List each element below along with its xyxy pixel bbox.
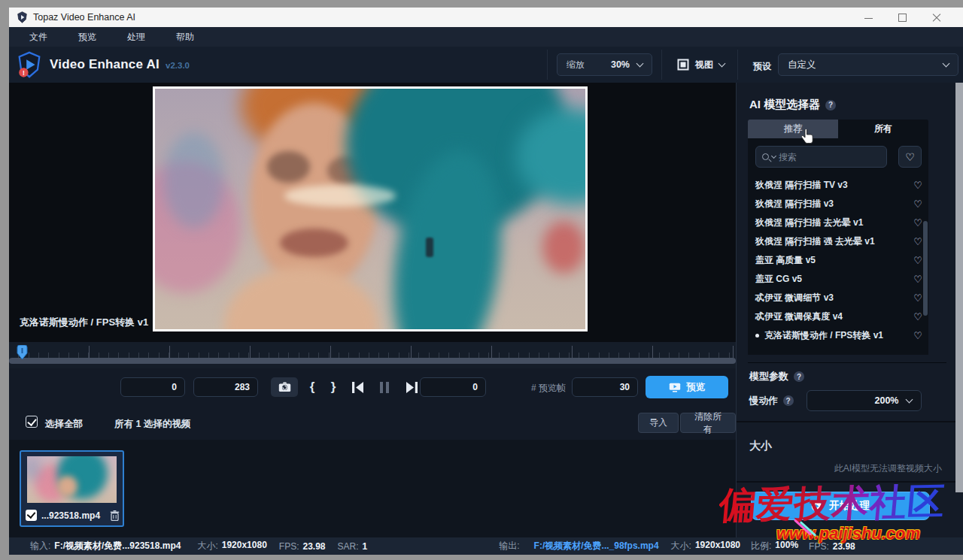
video-frame[interactable] (153, 86, 588, 331)
current-model-overlay: 克洛诺斯慢动作 / FPS转换 v1 (20, 316, 148, 329)
favorite-heart-icon[interactable]: ♡ (913, 236, 922, 247)
favorite-heart-icon[interactable]: ♡ (913, 217, 922, 229)
import-button-label: 导入 (649, 416, 667, 429)
timeline-track[interactable] (9, 358, 736, 364)
model-row[interactable]: 狄俄涅 隔行扫描 TV v3 ♡ (755, 176, 922, 195)
model-name: 狄俄涅 隔行扫描 强 去光晕 v1 (755, 235, 875, 248)
favorite-heart-icon[interactable]: ♡ (913, 330, 922, 341)
divider (748, 362, 946, 363)
output-path-link[interactable]: F:/视频素材/免费..._98fps.mp4 (534, 540, 659, 552)
model-row[interactable]: 狄俄涅 隔行扫描 去光晕 v1 ♡ (755, 213, 922, 232)
step-back-icon (351, 382, 364, 393)
model-row[interactable]: 狄俄涅 隔行扫描 v3 ♡ (755, 195, 922, 213)
thumbnail-checkbox[interactable] (26, 510, 37, 521)
help-icon[interactable]: ? (783, 395, 794, 406)
help-icon[interactable]: ? (825, 100, 836, 110)
thumbnail-image (27, 456, 117, 503)
model-row[interactable]: 盖亚 CG v5 ♡ (755, 270, 922, 289)
search-input[interactable] (779, 152, 861, 162)
header-divider (661, 50, 662, 80)
size-section-title: 大小 (749, 439, 942, 453)
snapshot-button[interactable] (271, 377, 298, 397)
preview-frames-input[interactable] (572, 377, 638, 397)
playhead-marker[interactable] (17, 345, 28, 360)
end-frame-input[interactable] (193, 377, 258, 397)
set-out-point-button[interactable]: } (325, 377, 342, 397)
favorite-heart-icon[interactable]: ♡ (913, 198, 922, 210)
close-button[interactable] (932, 14, 940, 22)
app-logo-icon: ! (15, 50, 44, 79)
scale-label: 比例: (751, 540, 771, 552)
status-input-sar: SAR: 1 (338, 541, 368, 552)
model-list-scrollbar[interactable] (923, 221, 928, 316)
video-thumbnail-card[interactable]: ...923518.mp4 (20, 450, 124, 527)
menu-process[interactable]: 处理 (127, 31, 145, 44)
zoom-dropdown[interactable]: 缩放 30% (557, 53, 652, 76)
model-params-title: 模型参数 (749, 370, 788, 383)
preview-start-input[interactable] (420, 377, 486, 397)
size-value: 1920x1080 (695, 540, 740, 552)
ferris-wheel-blur (163, 132, 223, 229)
video-list: ...923518.mp4 (9, 440, 736, 537)
favorite-heart-icon[interactable]: ♡ (913, 311, 922, 322)
svg-text:!: ! (23, 69, 25, 77)
current-frame-input[interactable] (120, 377, 185, 397)
trash-icon[interactable] (110, 510, 120, 521)
fps-value: 23.98 (302, 541, 325, 552)
model-name: 盖亚 CG v5 (755, 273, 802, 286)
status-output-size: 大小: 1920x1080 (671, 540, 740, 552)
favorite-heart-icon[interactable]: ♡ (913, 180, 922, 191)
tab-recommended[interactable]: 推荐 (748, 120, 838, 138)
model-row[interactable]: 忒伊亚 微调细节 v3 ♡ (755, 289, 922, 307)
sidebar-scrollbar[interactable] (955, 83, 963, 492)
menu-preview[interactable]: 预览 (78, 31, 96, 44)
model-row[interactable]: 盖亚 高质量 v5 ♡ (755, 251, 922, 270)
preview-button[interactable]: 预览 (646, 376, 728, 398)
slowmo-dropdown[interactable]: 200% (807, 390, 922, 411)
output-label: 输出: (499, 540, 519, 552)
select-all-checkbox[interactable] (26, 416, 38, 428)
previous-frame-button[interactable] (346, 377, 369, 397)
selected-model-dot (755, 334, 759, 338)
app-header: ! Video Enhance AI v2.3.0 缩放 30% 视图 预设 自… (9, 47, 963, 83)
model-row[interactable]: 狄俄涅 隔行扫描 强 去光晕 v1 ♡ (755, 232, 922, 251)
minimize-button[interactable] (864, 14, 873, 22)
favorite-heart-icon[interactable]: ♡ (913, 292, 922, 304)
help-icon[interactable]: ? (794, 371, 804, 382)
video-image (155, 89, 585, 329)
thumbnail-filename: ...923518.mp4 (41, 510, 100, 521)
chevron-down-icon (718, 59, 726, 67)
view-dropdown[interactable]: 视图 (677, 53, 725, 76)
model-search-box[interactable] (755, 146, 887, 168)
open-bracket-label: { (310, 380, 315, 395)
selection-summary: 所有 1 选择的视频 (114, 418, 190, 431)
favorite-heart-icon[interactable]: ♡ (913, 255, 922, 266)
watermark-url: www.paijishu.com (776, 524, 920, 543)
sidebar-title: AI 模型选择器 (749, 98, 820, 112)
maximize-button[interactable] (898, 14, 907, 22)
set-in-point-button[interactable]: { (304, 377, 320, 397)
menu-file[interactable]: 文件 (29, 31, 47, 44)
menu-bar: 文件 预览 处理 帮助 (9, 27, 963, 47)
window-controls (864, 8, 954, 27)
clear-all-button[interactable]: 清除所有 (680, 413, 736, 433)
pause-button[interactable] (373, 377, 396, 397)
timeline[interactable] (9, 342, 736, 368)
model-row-selected[interactable]: 克洛诺斯慢动作 / FPS转换 v1 ♡ (755, 326, 922, 345)
tab-all[interactable]: 所有 (838, 120, 928, 138)
select-all-label: 选择全部 (45, 418, 83, 431)
search-filter-chevron-icon (771, 153, 776, 159)
model-name: 狄俄涅 隔行扫描 v3 (755, 198, 834, 210)
slowmo-label: 慢动作 (749, 395, 778, 407)
search-icon (762, 153, 769, 160)
timeline-minor-ticks (9, 353, 736, 358)
slowmo-value: 200% (875, 395, 899, 406)
menu-help[interactable]: 帮助 (176, 31, 194, 44)
import-button[interactable]: 导入 (638, 413, 679, 433)
model-row[interactable]: 忒伊亚 微调保真度 v4 ♡ (755, 307, 922, 326)
window-title: Topaz Video Enhance AI (33, 12, 135, 23)
favorites-filter-button[interactable]: ♡ (898, 146, 922, 168)
preset-dropdown[interactable]: 自定义 (778, 53, 958, 76)
ai-model-sidebar: AI 模型选择器 ? 推荐 所有 ♡ 狄俄涅 隔行扫描 TV v3 (736, 83, 963, 537)
favorite-heart-icon[interactable]: ♡ (913, 274, 922, 285)
